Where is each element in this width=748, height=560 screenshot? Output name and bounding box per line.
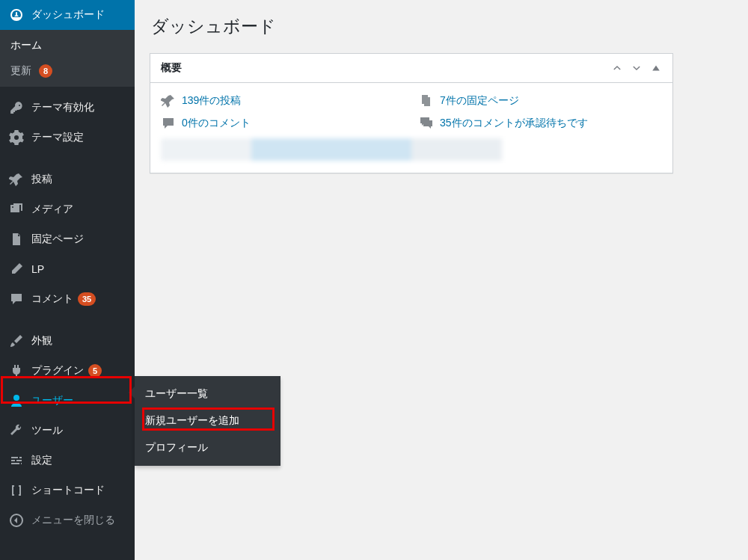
sidebar-item-users[interactable]: ユーザー bbox=[0, 386, 135, 416]
panel-title: 概要 bbox=[161, 61, 182, 75]
page-title: ダッシュボード bbox=[151, 15, 733, 38]
sidebar-label-settings: 設定 bbox=[31, 454, 52, 467]
sidebar-item-media[interactable]: メディア bbox=[0, 194, 135, 224]
sidebar-item-lp[interactable]: LP bbox=[0, 254, 135, 284]
overview-panel: 概要 bbox=[150, 53, 673, 173]
key-icon bbox=[9, 100, 24, 115]
stat-posts: 139件の投稿 bbox=[161, 93, 404, 108]
stat-comments: 0件のコメント bbox=[161, 116, 404, 131]
main-content: ダッシュボード 概要 bbox=[135, 0, 748, 560]
active-arrow-indicator bbox=[135, 7, 142, 22]
sidebar-item-theme-settings[interactable]: テーマ設定 bbox=[0, 123, 135, 153]
sidebar-label-dashboard: ダッシュボード bbox=[31, 8, 105, 22]
sidebar-label-posts: 投稿 bbox=[31, 173, 52, 186]
flyout-label-profile: プロフィール bbox=[145, 441, 208, 453]
sidebar-subitem-home[interactable]: ホーム bbox=[0, 33, 135, 58]
gear-icon bbox=[9, 130, 24, 145]
pin-icon bbox=[9, 172, 24, 187]
flyout-item-users-list[interactable]: ユーザー一覧 bbox=[135, 381, 280, 407]
shortcode-icon bbox=[9, 483, 24, 498]
flyout-label-add-user: 新規ユーザーを追加 bbox=[145, 414, 239, 426]
sidebar-label-media: メディア bbox=[31, 203, 73, 216]
edit-icon bbox=[9, 262, 24, 277]
plugin-icon bbox=[9, 363, 24, 378]
stat-pending: 35件のコメントが承認待ちです bbox=[419, 116, 662, 131]
brush-icon bbox=[9, 333, 24, 348]
sidebar-label-updates: 更新 bbox=[10, 64, 31, 76]
flyout-arrow bbox=[129, 387, 135, 399]
sidebar-item-pages[interactable]: 固定ページ bbox=[0, 224, 135, 254]
wrench-icon bbox=[9, 423, 24, 438]
panel-controls bbox=[611, 62, 662, 74]
sidebar-label-collapse: メニューを閉じる bbox=[31, 514, 115, 527]
sidebar-item-shortcode[interactable]: ショートコード bbox=[0, 476, 135, 505]
comment-icon bbox=[9, 292, 24, 307]
sidebar-item-comments[interactable]: コメント 35 bbox=[0, 284, 135, 314]
sidebar-label-tools: ツール bbox=[31, 424, 63, 437]
sidebar-label-appearance: 外観 bbox=[31, 334, 52, 348]
sidebar-submenu-dashboard: ホーム 更新 8 bbox=[0, 30, 135, 87]
comment-icon bbox=[161, 116, 176, 131]
panel-move-down-icon[interactable] bbox=[631, 62, 643, 74]
sidebar-label-comments: コメント bbox=[31, 292, 73, 306]
flyout-label-users-list: ユーザー一覧 bbox=[145, 387, 208, 399]
sidebar-item-posts[interactable]: 投稿 bbox=[0, 164, 135, 194]
panel-footer-blurred bbox=[161, 138, 662, 161]
sidebar-item-settings[interactable]: 設定 bbox=[0, 446, 135, 476]
stat-comments-link[interactable]: 0件のコメント bbox=[182, 117, 251, 130]
dashboard-icon bbox=[9, 7, 24, 22]
sidebar-label-plugins: プラグイン bbox=[31, 364, 84, 378]
comments-badge: 35 bbox=[78, 292, 96, 306]
comments-stack-icon bbox=[419, 116, 434, 131]
users-flyout-submenu: ユーザー一覧 新規ユーザーを追加 プロフィール bbox=[135, 376, 280, 466]
panel-header: 概要 bbox=[150, 54, 672, 83]
stat-posts-link[interactable]: 139件の投稿 bbox=[182, 94, 241, 108]
page-icon bbox=[9, 232, 24, 247]
flyout-item-profile[interactable]: プロフィール bbox=[135, 434, 280, 461]
plugins-badge: 5 bbox=[88, 364, 102, 378]
sliders-icon bbox=[9, 453, 24, 468]
sidebar-label-theme-activate: テーマ有効化 bbox=[31, 101, 94, 114]
flyout-item-add-user[interactable]: 新規ユーザーを追加 bbox=[135, 407, 280, 434]
sidebar-label-pages: 固定ページ bbox=[31, 233, 84, 246]
media-icon bbox=[9, 202, 24, 217]
panel-move-up-icon[interactable] bbox=[611, 62, 623, 74]
stat-pages-link[interactable]: 7件の固定ページ bbox=[440, 94, 519, 108]
user-icon bbox=[9, 393, 24, 408]
pin-icon bbox=[161, 93, 176, 108]
updates-badge: 8 bbox=[39, 64, 52, 78]
admin-sidebar: ダッシュボード ホーム 更新 8 テーマ有効化 テーマ設定 bbox=[0, 0, 135, 560]
sidebar-label-theme-settings: テーマ設定 bbox=[31, 131, 84, 144]
stat-pages: 7件の固定ページ bbox=[419, 93, 662, 108]
panel-toggle-icon[interactable] bbox=[650, 62, 662, 74]
sidebar-item-tools[interactable]: ツール bbox=[0, 416, 135, 446]
stat-pending-link[interactable]: 35件のコメントが承認待ちです bbox=[440, 117, 588, 130]
sidebar-item-theme-activate[interactable]: テーマ有効化 bbox=[0, 93, 135, 123]
panel-body: 139件の投稿 7件の固定ページ 0件のコメント bbox=[150, 83, 672, 173]
sidebar-item-plugins[interactable]: プラグイン 5 bbox=[0, 356, 135, 386]
sidebar-item-dashboard[interactable]: ダッシュボード bbox=[0, 0, 135, 30]
sidebar-label-users: ユーザー bbox=[31, 394, 73, 407]
pages-stack-icon bbox=[419, 93, 434, 108]
sidebar-item-collapse[interactable]: メニューを閉じる bbox=[0, 505, 135, 535]
sidebar-subitem-updates[interactable]: 更新 8 bbox=[0, 58, 135, 84]
sidebar-item-appearance[interactable]: 外観 bbox=[0, 326, 135, 356]
sidebar-label-shortcode: ショートコード bbox=[31, 484, 105, 497]
collapse-icon bbox=[9, 513, 24, 528]
sidebar-label-home: ホーム bbox=[10, 39, 42, 51]
sidebar-label-lp: LP bbox=[31, 263, 44, 275]
